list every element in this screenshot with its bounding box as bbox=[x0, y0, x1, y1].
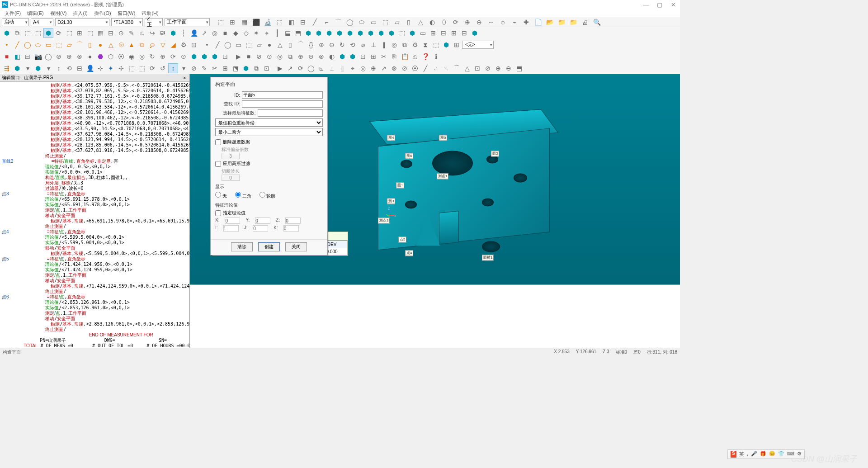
tb3-cone-icon[interactable]: △ bbox=[106, 40, 116, 50]
tb4-i22[interactable]: ⊡ bbox=[220, 52, 230, 61]
tb2-i3[interactable]: ⬚ bbox=[23, 28, 33, 38]
tb5-ci13[interactable]: ⊘ bbox=[400, 63, 410, 73]
tb4-i34[interactable]: ⬢ bbox=[348, 52, 358, 61]
tb5-i24[interactable]: ⬢ bbox=[241, 63, 251, 73]
tb5-ci20[interactable]: ⊡ bbox=[472, 63, 482, 73]
tb2-i4[interactable]: ⬚ bbox=[33, 28, 43, 38]
select-last-input[interactable] bbox=[258, 109, 323, 117]
tb-ico-26[interactable]: ⌁ bbox=[509, 17, 519, 27]
tb3-curve-icon[interactable]: ⌒ bbox=[75, 40, 85, 50]
tb2-i30[interactable]: ⬢ bbox=[303, 28, 313, 38]
tb3-cslot-icon[interactable]: ⬚ bbox=[244, 40, 254, 50]
menu-insert[interactable]: 插入(I) bbox=[70, 9, 90, 18]
tb-ico-9[interactable]: ╱ bbox=[310, 17, 320, 27]
tb5-ci3[interactable]: ⟳ bbox=[296, 63, 306, 73]
tb2-i11[interactable]: ⊟ bbox=[106, 28, 116, 38]
tb2-i44[interactable]: ⊞ bbox=[449, 28, 459, 38]
tb-ico-24[interactable]: ↔ bbox=[486, 17, 496, 27]
tb5-i16[interactable]: ↺ bbox=[158, 63, 168, 73]
tb3-i18[interactable]: ⚙ bbox=[179, 40, 189, 50]
tb3-none-dd[interactable]: <无> bbox=[462, 41, 494, 49]
tb-ico-20[interactable]: ⬯ bbox=[439, 17, 449, 27]
tb5-i22[interactable]: ⊞ bbox=[220, 63, 230, 73]
tb5-i15[interactable]: ⟳ bbox=[147, 63, 157, 73]
tb3-ci7[interactable]: ∥ bbox=[379, 40, 389, 50]
tb4-i30[interactable]: ⊖ bbox=[306, 52, 316, 61]
tb2-i9[interactable]: ⬚ bbox=[85, 28, 95, 38]
tb4-i8[interactable]: ⊗ bbox=[75, 52, 85, 61]
tb3-cset-icon[interactable]: {} bbox=[306, 40, 316, 50]
radio-tri[interactable]: 三角 bbox=[235, 192, 251, 199]
tb2-i42[interactable]: ⊞ bbox=[428, 28, 438, 38]
tb3-line-icon[interactable]: ╱ bbox=[12, 40, 22, 50]
dd-workplane[interactable]: 工作平面 bbox=[165, 18, 210, 26]
tb4-i36[interactable]: ⊞ bbox=[368, 52, 378, 61]
tb-ico-6[interactable]: ⬚ bbox=[274, 17, 284, 27]
tb3-ccyl-icon[interactable]: ▯ bbox=[285, 40, 295, 50]
tb4-i32[interactable]: ◐ bbox=[327, 52, 337, 61]
j-input[interactable] bbox=[253, 225, 268, 232]
tb5-ci14[interactable]: ⦿ bbox=[410, 63, 420, 73]
radio-outline[interactable]: 轮廓 bbox=[259, 192, 276, 199]
method2-select[interactable]: 最小二乘方 bbox=[215, 128, 323, 136]
tb-ico-3[interactable]: ▦ bbox=[239, 17, 249, 27]
tb-ico-7[interactable]: ◧ bbox=[286, 17, 296, 27]
x-input[interactable] bbox=[225, 217, 240, 224]
dd-start[interactable]: 启动 bbox=[2, 18, 29, 26]
code-area[interactable]: 触测/基本,<24.075,57.959,-9.5>,<-0.5720614,-… bbox=[0, 82, 189, 348]
std-mult-input[interactable] bbox=[222, 153, 240, 159]
tb5-i10[interactable]: ⊹ bbox=[95, 63, 105, 73]
tb3-cpoint-icon[interactable]: • bbox=[202, 40, 212, 50]
tb-ico-5[interactable]: 🔬 bbox=[263, 17, 273, 27]
tb2-i10[interactable]: ▦ bbox=[95, 28, 105, 38]
tb4-i28[interactable]: ⧉ bbox=[285, 52, 295, 61]
tb5-i25[interactable]: ⧉ bbox=[251, 63, 261, 73]
tb4-cut-icon[interactable]: ✂ bbox=[379, 52, 389, 61]
minimize-button[interactable]: — bbox=[639, 0, 653, 9]
tb2-i22[interactable]: ■ bbox=[220, 28, 230, 38]
chk-remove-outlier[interactable] bbox=[215, 139, 221, 145]
tb2-i19[interactable]: 👤 bbox=[189, 28, 199, 38]
tb4-paste-icon[interactable]: 📋 bbox=[400, 52, 410, 61]
tb-ico-16[interactable]: ▱ bbox=[392, 17, 402, 27]
tb5-ci16[interactable]: ⟋ bbox=[431, 63, 441, 73]
tb3-rslot-icon[interactable]: ⬚ bbox=[54, 40, 64, 50]
tb3-ci12[interactable]: ⬚ bbox=[431, 40, 441, 50]
menu-view[interactable]: 视图(V) bbox=[47, 9, 70, 18]
tb4-i16[interactable]: ⊕ bbox=[158, 52, 168, 61]
tb3-ci5[interactable]: ⌀ bbox=[358, 40, 368, 50]
tb3-sphere-icon[interactable]: ● bbox=[95, 40, 105, 50]
tb4-i3[interactable]: ⊟ bbox=[23, 52, 33, 61]
tb2-i33[interactable]: ⬢ bbox=[335, 28, 344, 38]
tb4-i11[interactable]: ⬡ bbox=[106, 52, 116, 61]
tb5-i11[interactable]: ✦ bbox=[106, 63, 116, 73]
tb4-i10[interactable]: ⬣ bbox=[95, 52, 105, 61]
tb4-i15[interactable]: ↻ bbox=[147, 52, 157, 61]
tb2-i14[interactable]: ⎌ bbox=[137, 28, 147, 38]
tb4-info-icon[interactable]: ℹ bbox=[431, 52, 441, 61]
tb-saveas-icon[interactable]: 📁 bbox=[568, 17, 578, 27]
tb5-ci22[interactable]: ⊕ bbox=[493, 63, 503, 73]
tb-ico-4[interactable]: ⬛ bbox=[251, 17, 261, 27]
edit-close-button[interactable]: × bbox=[181, 76, 188, 80]
tb-preview-icon[interactable]: 🔍 bbox=[592, 17, 602, 27]
i-input[interactable] bbox=[223, 225, 239, 232]
tb4-i20[interactable]: ⬢ bbox=[199, 52, 209, 61]
tb-ico-18[interactable]: △ bbox=[415, 17, 425, 27]
tb5-ci6[interactable]: ⟂ bbox=[327, 63, 337, 73]
tb3-csphere-icon[interactable]: ● bbox=[264, 40, 274, 50]
radio-none[interactable]: 无 bbox=[215, 192, 227, 199]
tb2-i38[interactable]: ⬢ bbox=[387, 28, 396, 38]
tb3-carc-icon[interactable]: ⌒ bbox=[296, 40, 306, 50]
tb3-cyl-icon[interactable]: ▯ bbox=[85, 40, 95, 50]
tb5-i12[interactable]: ✢ bbox=[116, 63, 126, 73]
tb2-i27[interactable]: ┃ bbox=[272, 28, 282, 38]
tb2-i29[interactable]: ⬒ bbox=[293, 28, 303, 38]
tb-ico-13[interactable]: ⬭ bbox=[357, 17, 367, 27]
tb3-ci13[interactable]: ⬢ bbox=[441, 40, 451, 50]
tb2-cube-icon[interactable]: ⬢ bbox=[2, 28, 12, 38]
tb5-i20[interactable]: ✎ bbox=[199, 63, 209, 73]
tb2-i23[interactable]: ◆ bbox=[231, 28, 241, 38]
tb3-ci8[interactable]: ◎ bbox=[389, 40, 399, 50]
close-button[interactable]: ✕ bbox=[666, 0, 680, 9]
